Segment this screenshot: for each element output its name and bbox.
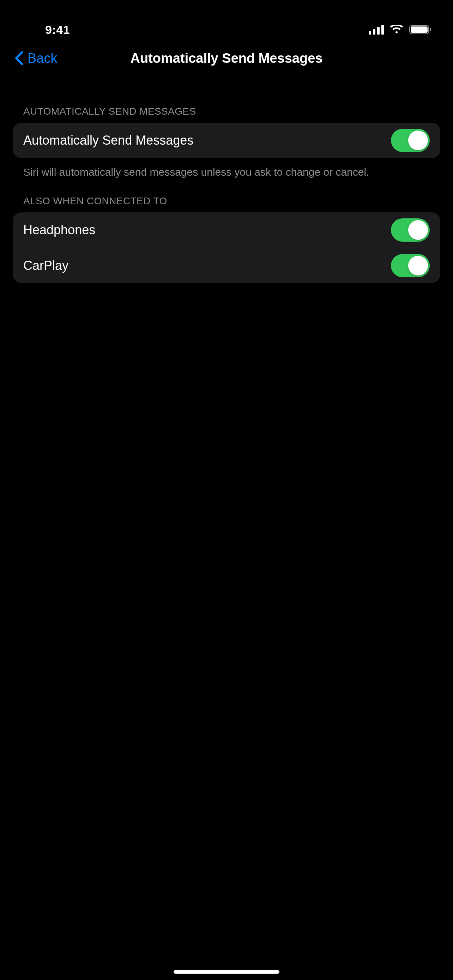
row-label: Headphones <box>23 223 95 237</box>
cellular-icon <box>368 25 384 35</box>
toggle-knob <box>408 256 428 275</box>
auto-send-toggle[interactable] <box>391 129 430 152</box>
svg-rect-6 <box>430 28 431 32</box>
row-auto-send: Automatically Send Messages <box>13 123 440 158</box>
headphones-toggle[interactable] <box>391 218 430 242</box>
status-right <box>368 25 432 35</box>
page-title: Automatically Send Messages <box>0 51 453 66</box>
svg-rect-5 <box>411 27 428 33</box>
section-header: ALSO WHEN CONNECTED TO <box>13 196 440 212</box>
back-button[interactable]: Back <box>7 39 64 78</box>
status-bar: 9:41 <box>0 0 453 39</box>
svg-rect-0 <box>369 31 371 35</box>
section-header: AUTOMATICALLY SEND MESSAGES <box>13 106 440 123</box>
section-auto-send: AUTOMATICALLY SEND MESSAGES Automaticall… <box>13 106 440 179</box>
battery-icon <box>409 25 432 35</box>
chevron-left-icon <box>14 51 24 65</box>
back-label: Back <box>27 51 57 66</box>
carplay-toggle[interactable] <box>391 254 430 277</box>
svg-rect-2 <box>377 27 380 35</box>
row-label: CarPlay <box>23 258 68 273</box>
row-label: Automatically Send Messages <box>23 133 193 148</box>
toggle-knob <box>408 130 428 150</box>
home-indicator <box>173 970 280 974</box>
section-card: Headphones CarPlay <box>13 212 440 283</box>
svg-rect-3 <box>381 25 384 35</box>
status-time: 9:41 <box>45 23 70 37</box>
section-connected-to: ALSO WHEN CONNECTED TO Headphones CarPla… <box>13 196 440 283</box>
row-headphones: Headphones <box>13 212 440 248</box>
section-footer: Siri will automatically send messages un… <box>13 158 440 179</box>
section-card: Automatically Send Messages <box>13 123 440 158</box>
toggle-knob <box>408 220 428 240</box>
navigation-bar: Back Automatically Send Messages <box>0 39 453 78</box>
wifi-icon <box>389 25 404 35</box>
screen: 9:41 <box>0 0 453 980</box>
content: AUTOMATICALLY SEND MESSAGES Automaticall… <box>0 78 453 283</box>
svg-rect-1 <box>373 29 375 35</box>
row-carplay: CarPlay <box>13 248 440 283</box>
